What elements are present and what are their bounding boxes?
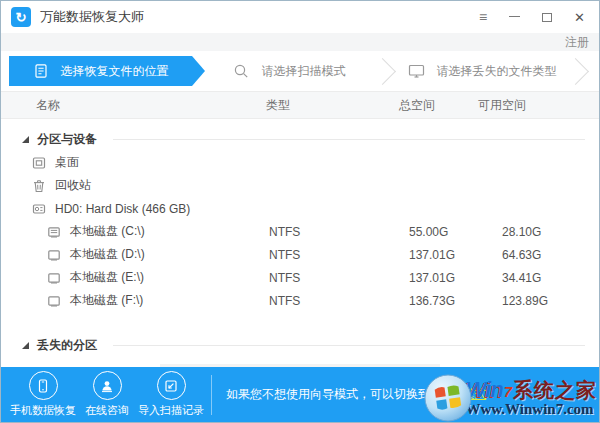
title-bar: ↻ 万能数据恢复大师 ≡ ✕ — [1, 1, 599, 33]
register-link[interactable]: 注册 — [565, 34, 589, 51]
footer-bar: 手机数据恢复 在线咨询 导入扫描记录 — [1, 367, 599, 422]
drive-type: NTFS — [266, 225, 399, 239]
tree-item-desktop[interactable]: 桌面 — [1, 151, 599, 174]
column-header-total: 总空间 — [399, 97, 478, 114]
recycle-bin-icon — [32, 179, 46, 193]
column-header-name: 名称 — [1, 97, 266, 114]
monitor-icon — [408, 63, 425, 79]
register-strip: 注册 — [1, 33, 599, 51]
wizard-step-label: 选择恢复文件的位置 — [61, 63, 169, 80]
drive-free-space: 123.89G — [478, 294, 599, 308]
drive-icon — [47, 271, 61, 285]
drive-row-c[interactable]: 本地磁盘 (C:\) NTFS 55.00G 28.10G — [1, 220, 599, 243]
drive-label: 本地磁盘 (C:\) — [70, 223, 145, 240]
drive-type: NTFS — [266, 294, 399, 308]
desktop-icon — [32, 156, 46, 170]
wizard-step-file-type[interactable]: 请选择丢失的文件类型 — [398, 56, 566, 86]
drive-row-d[interactable]: 本地磁盘 (D:\) NTFS 137.01G 64.63G — [1, 243, 599, 266]
table-body: 分区与设备 桌面 回收站 — [1, 119, 599, 369]
wizard-step-label: 请选择扫描模式 — [262, 63, 346, 80]
drive-total-space: 136.73G — [399, 294, 478, 308]
tree-item-hd0[interactable]: HD0: Hard Disk (466 GB) — [1, 197, 599, 220]
column-header-free: 可用空间 — [478, 97, 599, 114]
mode-hint: 如果您不想使用向导模式，可以切换到 标准模式 — [226, 386, 486, 403]
table-header: 名称 类型 总空间 可用空间 — [1, 91, 599, 119]
import-scan-record-button[interactable]: 导入扫描记录 — [139, 371, 203, 418]
search-icon — [233, 63, 250, 80]
drive-free-space: 28.10G — [478, 225, 599, 239]
drive-row-f[interactable]: 本地磁盘 (F:\) NTFS 136.73G 123.89G — [1, 289, 599, 312]
tree-item-label: 桌面 — [55, 154, 79, 171]
consult-person-icon — [99, 378, 115, 394]
document-icon — [33, 63, 49, 79]
harddisk-icon — [32, 202, 46, 216]
close-button[interactable]: ✕ — [574, 11, 585, 24]
import-icon — [163, 378, 179, 394]
drive-free-space: 64.63G — [478, 248, 599, 262]
phone-icon — [35, 378, 51, 394]
drive-icon — [47, 248, 61, 262]
online-consult-button[interactable]: 在线咨询 — [75, 371, 139, 418]
app-window: ↻ 万能数据恢复大师 ≡ ✕ 注册 选择恢复文件的位置 — [0, 0, 600, 423]
drive-type: NTFS — [266, 271, 399, 285]
wizard-step-select-location[interactable]: 选择恢复文件的位置 — [9, 56, 205, 86]
collapse-triangle-icon — [22, 342, 29, 349]
drive-icon — [47, 225, 61, 239]
section-lost-partitions[interactable]: 丢失的分区 — [1, 333, 599, 357]
wizard-step-scan-mode[interactable]: 请选择扫描模式 — [205, 56, 373, 86]
drive-total-space: 55.00G — [399, 225, 478, 239]
section-partitions-devices[interactable]: 分区与设备 — [1, 127, 599, 151]
phone-recovery-button[interactable]: 手机数据恢复 — [11, 371, 75, 418]
collapse-triangle-icon — [22, 136, 29, 143]
app-title: 万能数据恢复大师 — [40, 8, 144, 26]
minimize-button[interactable] — [509, 16, 520, 17]
drive-label: 本地磁盘 (D:\) — [70, 246, 145, 263]
drive-type: NTFS — [266, 248, 399, 262]
maximize-button[interactable] — [542, 13, 552, 22]
chevron-right-icon — [369, 58, 396, 85]
chevron-right-icon — [562, 58, 589, 85]
tree-item-label: HD0: Hard Disk (466 GB) — [55, 202, 190, 216]
drive-total-space: 137.01G — [399, 248, 478, 262]
footer-divider — [211, 375, 212, 415]
tree-item-label: 回收站 — [55, 177, 91, 194]
drive-total-space: 137.01G — [399, 271, 478, 285]
wizard-step-label: 请选择丢失的文件类型 — [437, 63, 557, 80]
wizard-steps: 选择恢复文件的位置 请选择扫描模式 请选择丢失的文件类型 — [1, 51, 599, 91]
drive-label: 本地磁盘 (F:\) — [70, 292, 143, 309]
drive-row-e[interactable]: 本地磁盘 (E:\) NTFS 137.01G 34.41G — [1, 266, 599, 289]
app-logo-icon: ↻ — [11, 7, 31, 27]
drive-free-space: 34.41G — [478, 271, 599, 285]
standard-mode-link[interactable]: 标准模式 — [438, 387, 486, 401]
drive-label: 本地磁盘 (E:\) — [70, 269, 144, 286]
drive-icon — [47, 294, 61, 308]
menu-icon[interactable]: ≡ — [479, 10, 487, 24]
tree-item-recycle-bin[interactable]: 回收站 — [1, 174, 599, 197]
column-header-type: 类型 — [266, 97, 399, 114]
